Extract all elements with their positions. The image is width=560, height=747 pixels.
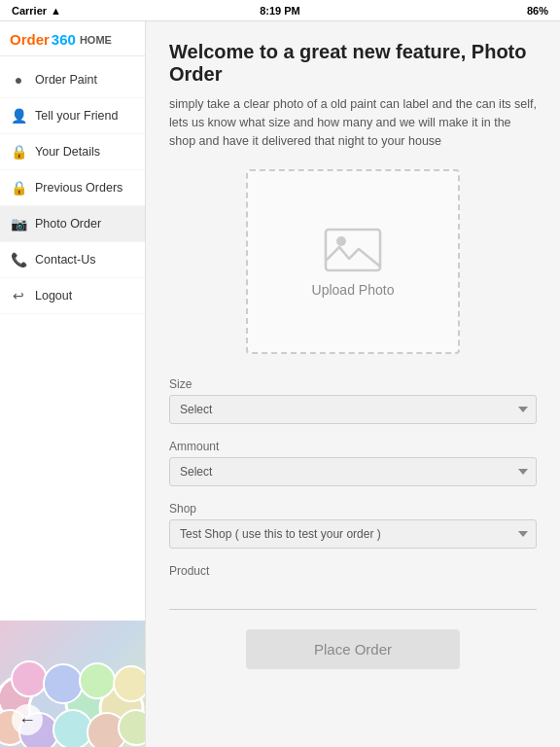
place-order-button[interactable]: Place Order [246,629,460,669]
product-form-group: Product [169,564,537,610]
logo-360: 360 [52,31,76,48]
app-container: Order 360 HOME ● Order Paint 👤 Tell your… [0,21,560,747]
size-select[interactable]: Select [169,395,537,424]
sidebar-item-order-paint[interactable]: ● Order Paint [0,62,145,98]
status-left: Carrier ▲ [12,5,61,17]
sidebar-item-photo-order[interactable]: 📷 Photo Order [0,206,145,242]
svg-point-14 [336,236,346,246]
page-title: Welcome to a great new feature, Photo Or… [169,41,537,86]
sidebar-item-logout[interactable]: ↩ Logout [0,278,145,314]
product-input[interactable] [169,582,537,610]
status-time: 8:19 PM [260,5,300,17]
svg-point-10 [44,664,83,703]
svg-rect-13 [326,230,380,270]
shop-form-group: Shop Test Shop ( use this to test your o… [169,502,537,549]
amount-label: Ammount [169,440,537,453]
your-details-icon: 🔒 [10,144,27,160]
shop-select[interactable]: Test Shop ( use this to test your order … [169,519,537,549]
sidebar-navigation: ● Order Paint 👤 Tell your Friend 🔒 Your … [0,56,145,621]
logo-home: HOME [80,34,112,46]
sidebar-item-contact-us[interactable]: 📞 Contact-Us [0,242,145,278]
logo-order: Order [10,31,50,48]
sidebar: Order 360 HOME ● Order Paint 👤 Tell your… [0,21,146,747]
main-content: Welcome to a great new feature, Photo Or… [146,21,560,747]
size-form-group: Size Select [169,377,537,424]
contact-us-label: Contact-Us [35,253,96,267]
svg-point-9 [12,661,47,696]
tell-friend-icon: 👤 [10,108,27,124]
tell-friend-label: Tell your Friend [35,109,118,123]
logout-icon: ↩ [10,288,27,303]
photo-order-label: Photo Order [35,217,101,231]
svg-point-12 [114,666,145,701]
previous-orders-label: Previous Orders [35,181,122,195]
order-paint-icon: ● [10,72,27,88]
sidebar-item-previous-orders[interactable]: 🔒 Previous Orders [0,170,145,206]
svg-point-8 [119,710,145,745]
sidebar-bottom-image: ← [0,621,145,747]
amount-select[interactable]: Select [169,457,537,486]
shop-label: Shop [169,502,537,516]
order-paint-label: Order Paint [35,73,97,87]
size-label: Size [169,377,537,391]
image-placeholder-icon [324,226,382,274]
sidebar-item-tell-friend[interactable]: 👤 Tell your Friend [0,98,145,134]
status-bar: Carrier ▲ 8:19 PM 86% [0,0,560,21]
product-label: Product [169,564,537,578]
photo-order-icon: 📷 [10,216,27,231]
upload-photo-area[interactable]: Upload Photo [246,169,460,354]
page-description: simply take a clear photo of a old paint… [169,95,537,150]
sidebar-item-your-details[interactable]: 🔒 Your Details [0,134,145,170]
svg-point-11 [80,663,115,698]
your-details-label: Your Details [35,145,100,159]
signal-icon: ▲ [51,5,61,17]
contact-us-icon: 📞 [10,252,27,267]
carrier-label: Carrier [12,5,47,17]
upload-label: Upload Photo [312,282,395,298]
back-button[interactable]: ← [12,704,43,735]
logout-label: Logout [35,289,72,302]
svg-point-6 [53,710,92,747]
previous-orders-icon: 🔒 [10,180,27,196]
amount-form-group: Ammount Select [169,440,537,486]
sidebar-logo: Order 360 HOME [0,21,145,56]
battery-label: 86% [527,5,548,17]
